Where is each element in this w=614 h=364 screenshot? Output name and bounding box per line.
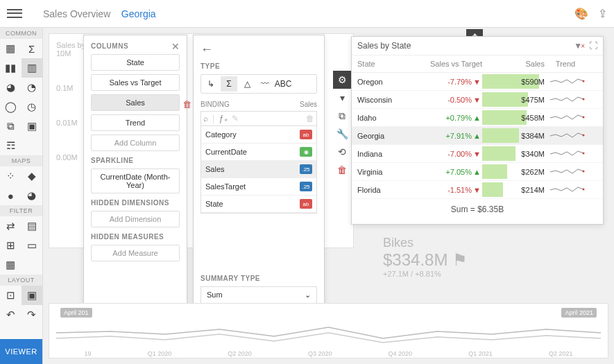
binding-item[interactable]: Categoryab xyxy=(201,126,316,144)
binding-item[interactable]: CurrentDate◉ xyxy=(201,144,316,161)
combo-filter-icon[interactable]: ▭ xyxy=(22,236,43,255)
edit-icon[interactable]: ✎ xyxy=(232,114,239,123)
tab-container-icon[interactable]: ▣ xyxy=(22,286,43,305)
table-row[interactable]: Georgia+7.91%▲$384M xyxy=(352,127,603,145)
gauge-icon[interactable]: ◔ xyxy=(22,78,43,97)
table-row[interactable]: Idaho+0.79%▲$458M xyxy=(352,109,603,127)
image-icon[interactable]: ▣ xyxy=(22,116,43,136)
stacked-bar-icon[interactable]: ▥ xyxy=(22,58,43,78)
svg-point-4 xyxy=(583,152,585,154)
viewer-button[interactable]: VIEWER xyxy=(0,339,42,364)
columns-header: COLUMNS xyxy=(91,42,180,50)
maximize-icon[interactable]: ⛶ xyxy=(589,41,597,51)
gear-icon[interactable]: ⚙ xyxy=(333,71,351,89)
timeline-end[interactable]: April 2021 xyxy=(561,308,597,318)
treemap-icon[interactable]: ⧉ xyxy=(0,116,22,136)
sparkline-header: SPARKLINE xyxy=(91,157,180,164)
add-measure-button[interactable]: Add Measure xyxy=(91,245,180,261)
sparkline-field[interactable]: CurrentDate (Month-Year) xyxy=(91,168,180,193)
funnel-icon[interactable]: ▼× xyxy=(574,41,585,51)
bar-chart-icon[interactable]: ▮▮ xyxy=(0,58,22,78)
binding-header: BINDING xyxy=(201,101,230,108)
type-measure-icon[interactable]: Σ xyxy=(221,76,237,92)
bubble-map-icon[interactable]: ● xyxy=(0,186,22,205)
sidebar-section-common: COMMON xyxy=(0,28,42,39)
date-filter-icon[interactable]: ▦ xyxy=(0,255,22,275)
binding-list: CategoryabCurrentDate◉Sales.25SalesTarge… xyxy=(201,126,317,214)
donut-icon[interactable]: ◯ xyxy=(0,97,22,116)
svg-point-2 xyxy=(583,116,585,118)
table-row[interactable]: Oregon-7.79%▼$590M xyxy=(352,73,603,91)
grid-icon[interactable]: ▦ xyxy=(0,39,22,58)
speedometer-icon[interactable]: ◷ xyxy=(22,97,43,116)
table-row[interactable]: Virginia+7.05%▲$262M xyxy=(352,163,603,181)
svg-point-0 xyxy=(583,80,585,82)
svg-point-3 xyxy=(583,134,585,136)
timeline-start[interactable]: April 201 xyxy=(60,308,92,318)
card-icon[interactable]: ☶ xyxy=(0,136,22,155)
group-icon[interactable]: ⊡ xyxy=(0,286,22,305)
scatter-map-icon[interactable]: ⁘ xyxy=(0,166,22,186)
range-icon[interactable]: ⇄ xyxy=(0,216,22,236)
breadcrumb-current[interactable]: Georgia xyxy=(121,8,156,19)
type-text-icon[interactable]: ABC xyxy=(275,76,291,92)
pie-map-icon[interactable]: ◕ xyxy=(22,186,43,205)
export-icon[interactable]: ⇪ xyxy=(598,7,607,20)
add-column-button[interactable]: Add Column xyxy=(91,135,180,151)
chevron-down-icon: ⌄ xyxy=(305,291,311,300)
column-sales-vs-target[interactable]: Sales vs Target xyxy=(91,74,180,91)
table-row[interactable]: Indiana-7.00%▼$340M xyxy=(352,145,603,163)
column-sales[interactable]: Sales 🗑 xyxy=(91,94,180,111)
type-header: TYPE xyxy=(201,62,317,70)
menu-button[interactable] xyxy=(7,6,22,21)
timeline[interactable]: April 201 April 2021 19Q1 2020Q2 2020Q3 … xyxy=(49,303,608,358)
sidebar-section-layout: LAYOUT xyxy=(0,275,42,286)
add-dimension-button[interactable]: Add Dimension xyxy=(91,211,180,227)
column-state[interactable]: State xyxy=(91,54,180,71)
column-trend[interactable]: Trend xyxy=(91,114,180,131)
convert-icon[interactable]: ⟲ xyxy=(333,143,351,161)
item-toolbar: ⚙ ▾ ⧉ 🔧 ⟲ 🗑 xyxy=(333,71,351,179)
tree-filter-icon[interactable]: ⊞ xyxy=(0,236,22,255)
binding-item[interactable]: SalesTarget.25 xyxy=(201,178,316,196)
type-sparkline-icon[interactable]: 〰 xyxy=(257,76,273,92)
type-delta-icon[interactable]: △ xyxy=(239,76,255,92)
back-icon[interactable]: ← xyxy=(201,42,317,57)
fx-icon[interactable]: ƒ₊ xyxy=(219,114,228,123)
summary-select[interactable]: Sum ⌄ xyxy=(201,286,317,304)
delete-icon[interactable]: 🗑 xyxy=(182,99,191,110)
undo-icon[interactable]: ↶ xyxy=(0,305,22,324)
hidden-meas-header: HIDDEN MEASURES xyxy=(91,233,180,241)
sidebar: COMMON ▦Σ ▮▮▥ ◕◔ ◯◷ ⧉▣ ☶ MAPS ⁘◆ ●◕ FILT… xyxy=(0,28,43,364)
type-auto-icon[interactable]: ↳ xyxy=(203,76,219,92)
filter-icon[interactable]: ▾ xyxy=(333,89,351,107)
table-sum: Sum = $6.35B xyxy=(352,199,603,220)
svg-point-6 xyxy=(583,188,585,190)
wrench-icon[interactable]: 🔧 xyxy=(333,125,351,143)
redo-icon[interactable]: ↷ xyxy=(22,305,43,324)
sigma-icon[interactable]: Σ xyxy=(22,39,43,58)
table-row[interactable]: Florida-1.51%▼$214M xyxy=(352,181,603,199)
close-icon[interactable]: ✕ xyxy=(171,41,180,52)
breadcrumb-root[interactable]: Sales Overview xyxy=(43,8,110,19)
search-icon[interactable]: ⌕ xyxy=(203,114,208,123)
bikes-card: Bikes $334.8M ⚑ +27.1M / +8.81% xyxy=(383,236,468,278)
sales-by-state-panel: Sales by State ▼× ⛶ State Sales vs Targe… xyxy=(351,36,604,225)
geo-icon[interactable]: ◆ xyxy=(22,166,43,186)
svg-point-5 xyxy=(583,170,585,172)
trash-icon[interactable]: 🗑 xyxy=(306,114,314,123)
breadcrumb: Sales Overview Georgia xyxy=(43,8,156,19)
binding-item[interactable]: Sales.25 xyxy=(201,161,316,178)
table-row[interactable]: Wisconsin-0.50%▼$475M xyxy=(352,91,603,109)
type-selector: ↳ Σ △ 〰 ABC xyxy=(201,74,317,94)
pie-icon[interactable]: ◕ xyxy=(0,78,22,97)
sidebar-section-filter: FILTER xyxy=(0,205,42,216)
interactivity-icon[interactable]: ⧉ xyxy=(333,107,351,125)
binding-item[interactable]: Stateab xyxy=(201,196,316,213)
hidden-dim-header: HIDDEN DIMENSIONS xyxy=(91,199,180,207)
delete-item-icon[interactable]: 🗑 xyxy=(333,161,351,179)
list-icon[interactable]: ▤ xyxy=(22,216,43,236)
sidebar-section-maps: MAPS xyxy=(0,155,42,166)
svg-point-1 xyxy=(583,98,585,100)
palette-icon[interactable]: 🎨 xyxy=(574,7,588,20)
